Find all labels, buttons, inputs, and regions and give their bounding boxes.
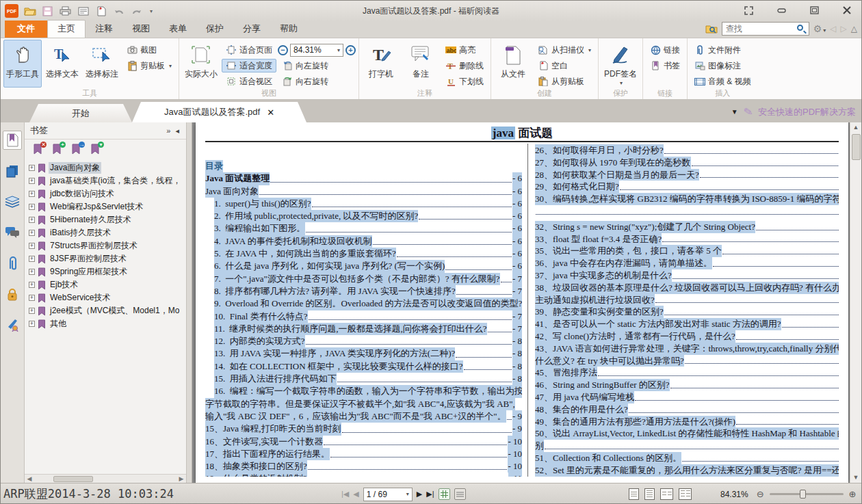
search-folder-icon[interactable] — [705, 24, 718, 34]
expand-node-icon[interactable]: + — [29, 282, 35, 288]
minimize-icon[interactable] — [772, 3, 790, 17]
toc-entry[interactable]: 49、集合的通用方法有那些?通用方法是什么?(操作)- 15 — [535, 416, 839, 428]
expand-panel-icon[interactable]: » — [166, 127, 172, 135]
toc-entry[interactable]: 33、float 型 float f=3.4 是否正确?- 12 — [535, 233, 839, 246]
undo-icon[interactable] — [112, 5, 125, 18]
strikeout-button[interactable]: T 删除线 — [441, 59, 488, 72]
status-layout-icon[interactable] — [454, 488, 466, 500]
close-icon[interactable] — [838, 3, 856, 17]
expand-node-icon[interactable]: + — [29, 204, 35, 210]
bookmark-item[interactable]: +7Structs界面控制层技术 — [29, 239, 186, 252]
menu-tab-protect[interactable]: 保护 — [196, 21, 233, 38]
prev-page-icon[interactable]: ◀ — [353, 490, 358, 499]
restore-icon[interactable] — [805, 3, 823, 17]
toc-entry[interactable]: 4. JAVA 的事件委托机制和垃圾回收机制- 6 — [205, 235, 522, 248]
toc-entry[interactable]: 11. 继承时候类的执行顺序问题,一般都是选择题,问你将会打印出什么?- 7 — [205, 323, 522, 335]
layers-panel-icon[interactable] — [3, 192, 22, 211]
zoom-out-button[interactable]: − — [278, 45, 288, 55]
zoom-out-icon[interactable]: ⊖ — [757, 489, 764, 499]
attachments-panel-icon[interactable] — [3, 254, 22, 273]
customize-arrow-icon[interactable]: ▾ — [148, 5, 155, 18]
highlight-button[interactable]: abc 高亮 — [441, 43, 488, 57]
scroll-up-icon[interactable]: ▲ — [853, 122, 859, 133]
toc-entry[interactable]: 35、说出一些常用的类，包，接口，请各举 5 个- 12 — [535, 245, 839, 257]
toc-entry[interactable]: 什么意义? 在 try 块中可以抛出异常吗?- 13 — [535, 355, 839, 367]
save-icon[interactable] — [41, 5, 54, 18]
scroll-down-icon[interactable]: ▼ — [853, 473, 859, 483]
select-annotation-button[interactable]: 选择标注 — [83, 40, 121, 88]
bookmark-label[interactable]: jdbc数据访问技术 — [49, 188, 116, 200]
collapse-ribbon-icon[interactable]: △ — [851, 24, 857, 34]
toc-entry[interactable]: 14. 如在 COLLECTION 框架中，实现比较要实现什么样的接口?- 8 — [205, 360, 522, 373]
expand-node-icon[interactable]: + — [29, 230, 35, 236]
fullscreen-icon[interactable] — [740, 3, 757, 17]
bookmark-label[interactable]: 9Spring应用框架技术 — [49, 266, 129, 278]
from-clipboard-button[interactable]: 从剪贴板 — [534, 75, 595, 88]
page-number-select[interactable]: 1 / 69▾ — [363, 488, 413, 501]
bookmark-item[interactable]: +Java面向对象 — [29, 161, 186, 174]
zoom-in-icon[interactable]: ⊕ — [849, 489, 857, 499]
toc-entry[interactable]: 18、抽象类和接口的区别?- 10 — [205, 460, 522, 473]
toc-entry[interactable]: 26、如何取得年月日，小时分秒?- 11 — [535, 144, 839, 157]
select-text-button[interactable]: T 选择文本 — [43, 40, 81, 88]
image-annotation-button[interactable]: 图像标注 — [690, 59, 755, 72]
toc-entry[interactable]: 13. 用 JAVA 实现一种排序，JAVA 类实现序列化的方法(二种)?- 8 — [205, 347, 522, 360]
vscroll-thumb[interactable] — [852, 134, 861, 160]
toc-entry[interactable]: 12. 内部类的实现方式?- 8 — [205, 335, 522, 347]
bookmark-item[interactable]: +j2ee模式（MVC模式、Model1，Mo — [29, 304, 186, 317]
bookmark-item[interactable]: +5Hibernate持久层技术 — [29, 213, 186, 226]
toc-entry[interactable]: 别- 15 — [535, 440, 839, 452]
scroll-right-icon[interactable]: ▶ — [177, 475, 186, 482]
pdf-sign-dropdown-icon[interactable]: ▾ — [620, 80, 623, 86]
toc-entry[interactable]: 36、java 中会存在内存泄漏吗，请简单描述。- 12 — [535, 257, 839, 269]
toc-entry[interactable]: 43、JAVA 语言如何进行异常处理，关键字：throws,throw,try,… — [535, 343, 839, 355]
toc-entry[interactable]: 3. 编程输出如下图形。- 6 — [205, 222, 522, 235]
toc-entry[interactable]: Java 面试题整理- 6 — [205, 172, 522, 185]
signature-panel-icon[interactable] — [3, 315, 22, 334]
toc-entry[interactable]: Java 面向对象- 6 — [205, 185, 522, 198]
magnifier-icon[interactable] — [797, 23, 808, 34]
toc-entry[interactable]: 9. Overload 和 Override 的区别。Overloaded 的方… — [205, 297, 522, 310]
expand-node-icon[interactable]: + — [29, 295, 35, 301]
bookmark-label[interactable]: Web编程Jsp&Servlet技术 — [49, 201, 144, 213]
hscroll-thumb[interactable] — [53, 476, 93, 482]
bookmark-button[interactable]: 书签 — [646, 59, 684, 72]
fit-visible-button[interactable]: 适合视区 — [222, 75, 276, 88]
toc-entry[interactable]: 39、静态变量和实例变量的区别?- 13 — [535, 306, 839, 318]
zoom-in-button[interactable]: + — [345, 45, 356, 55]
panel-splitter[interactable] — [187, 122, 192, 483]
continuous-facing-icon[interactable] — [679, 488, 692, 500]
goto-bookmark-icon[interactable]: → — [71, 144, 82, 155]
scroll-left-icon[interactable]: ◀ — [25, 475, 34, 482]
toc-entry[interactable]: 15. 用插入法进行排序代码如下- 8 — [205, 373, 522, 385]
toc-entry[interactable]: 输入"我 ABC 汉 DEF"，6，应该输出为"我 ABC"而不是"我 ABC+… — [205, 410, 522, 423]
expand-node-icon[interactable]: + — [29, 191, 35, 197]
expand-node-icon[interactable]: + — [29, 321, 35, 327]
hand-tool-button[interactable]: 手形工具 — [3, 40, 42, 88]
toc-entry[interactable]: 主动通知虚拟机进行垃圾回收?- 13 — [535, 294, 839, 306]
delete-bookmark-icon[interactable]: ✕ — [33, 144, 44, 155]
expand-bookmarks-icon[interactable]: ▾ — [90, 144, 101, 155]
search-input[interactable] — [722, 22, 809, 36]
toc-entry[interactable]: 29、如何格式化日期?- 12 — [535, 181, 839, 193]
toc-entry[interactable]: 10. Final 类有什么特点?- 7 — [205, 310, 522, 323]
toc-entry[interactable]: 30、编码转换,怎样实现将 GB2312 编码的字符串转换为 ISO-8859-… — [535, 193, 839, 205]
tab-close-icon[interactable]: ✕ — [267, 107, 274, 118]
bookmark-label[interactable]: 8JSF界面控制层技术 — [49, 253, 128, 265]
bookmark-item[interactable]: +其他 — [29, 317, 186, 330]
pages-panel-icon[interactable] — [3, 161, 22, 181]
toc-entry[interactable]: 8. 排序都有哪几种方法? 请列举。用 JAVA 实现一个快速排序?- 7 — [205, 285, 522, 297]
note-button[interactable]: 备注 — [402, 40, 440, 88]
status-grid-icon[interactable] — [439, 488, 450, 500]
clipboard-button[interactable]: 剪贴板▾ — [122, 59, 176, 72]
security-panel-icon[interactable] — [3, 284, 22, 304]
toc-entry[interactable]: 15、Java 编程,打印昨天的当前时刻- 9 — [205, 423, 522, 435]
bookmark-item[interactable]: +9Spring应用框架技术 — [29, 265, 186, 278]
pdf-sign-button[interactable]: PDF签名 ▾ — [601, 40, 640, 88]
toc-entry[interactable]: 50、说出 ArrayList,Vector, LinkedList 的存储性能… — [535, 427, 839, 440]
facing-icon[interactable] — [660, 488, 673, 500]
bookmark-label[interactable]: java基础类库(io流，集合类，线程， — [49, 175, 182, 187]
rotate-right-button[interactable]: 向右旋转 — [278, 75, 356, 88]
toc-entry[interactable]: - 12 — [535, 205, 839, 217]
from-file-button[interactable]: 从文件 — [494, 40, 532, 88]
